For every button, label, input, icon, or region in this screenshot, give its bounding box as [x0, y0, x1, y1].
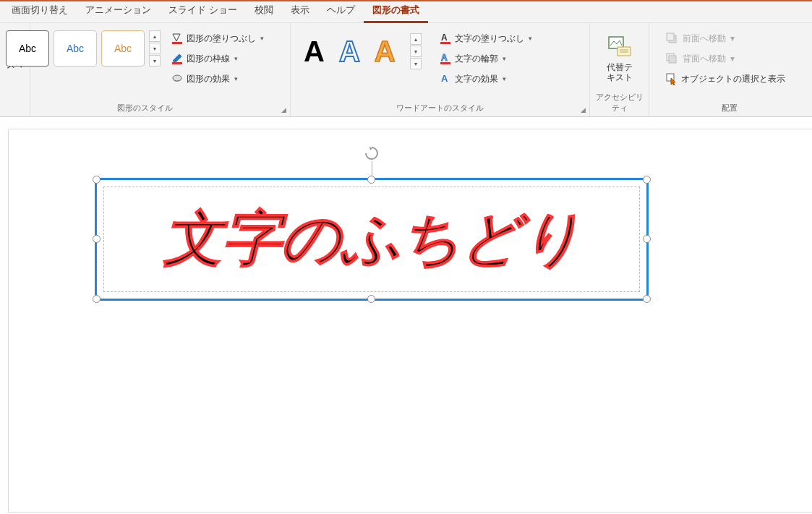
tab-slideshow[interactable]: スライド ショー — [160, 0, 246, 22]
chevron-down-icon: ▾ — [730, 53, 735, 64]
tab-animations[interactable]: アニメーション — [77, 0, 160, 22]
slide-canvas[interactable]: 文字のふちどり — [8, 129, 812, 513]
svg-text:A: A — [441, 53, 448, 63]
send-backward-icon — [665, 52, 678, 65]
text-fill-icon: A — [439, 32, 452, 45]
gallery-scroll-down[interactable]: ▾ — [149, 43, 161, 54]
svg-rect-5 — [440, 42, 450, 44]
text-fill-label: 文字の塗りつぶし — [455, 33, 524, 45]
slide-editor-area: 文字のふちどり — [0, 117, 812, 514]
tab-shape-format[interactable]: 図形の書式 — [364, 0, 428, 22]
shape-fill-label: 図形の塗りつぶし — [187, 33, 256, 45]
group-label-arrange: 配置 — [722, 103, 738, 113]
chevron-down-icon: ▾ — [234, 55, 238, 62]
shape-effects-button[interactable]: 図形の効果 ▾ — [166, 69, 268, 88]
resize-handle-nw[interactable] — [93, 176, 101, 184]
svg-rect-14 — [667, 33, 674, 40]
group-label-accessibility: アクセシビリティ — [594, 92, 644, 113]
resize-handle-e[interactable] — [643, 235, 651, 243]
ribbon: ス ▾ Abc Abc Abc ▴ ▾ ▾ — [0, 23, 812, 117]
wordart-styles-launcher[interactable]: ◢ — [578, 105, 588, 115]
textbox-content[interactable]: 文字のふちどり — [163, 200, 581, 279]
svg-rect-7 — [440, 62, 450, 64]
shape-effects-label: 図形の効果 — [187, 73, 230, 85]
bring-forward-button: 前面へ移動 ▾ — [661, 29, 790, 48]
tab-review[interactable]: 校閲 — [246, 0, 282, 22]
wordart-scroll-down[interactable]: ▾ — [410, 46, 422, 57]
svg-rect-10 — [617, 47, 631, 56]
resize-handle-ne[interactable] — [643, 176, 651, 184]
shape-outline-icon — [171, 52, 184, 65]
chevron-down-icon: ▾ — [503, 75, 506, 82]
resize-handle-se[interactable] — [643, 295, 651, 303]
svg-text:A: A — [441, 33, 448, 43]
chevron-down-icon: ▾ — [260, 35, 264, 42]
wordart-style-2[interactable]: A — [339, 35, 360, 68]
tab-transitions[interactable]: 画面切り替え — [3, 0, 77, 22]
alt-text-label: 代替テ キスト — [607, 62, 633, 83]
selection-pane-button[interactable]: オブジェクトの選択と表示 — [661, 69, 790, 88]
shape-outline-label: 図形の枠線 — [187, 53, 230, 65]
ribbon-group-shape-styles: Abc Abc Abc ▴ ▾ ▾ 図形の塗りつぶし ▾ — [0, 23, 291, 116]
text-fill-button[interactable]: A 文字の塗りつぶし ▾ — [435, 29, 537, 48]
wordart-style-3[interactable]: A — [375, 35, 396, 68]
alt-text-icon — [607, 33, 633, 59]
text-outline-label: 文字の輪郭 — [455, 53, 498, 65]
ribbon-group-accessibility: 代替テ キスト アクセシビリティ — [590, 23, 649, 116]
resize-handle-sw[interactable] — [93, 295, 101, 303]
resize-handle-n[interactable] — [367, 176, 375, 184]
group-label-wordart-styles: ワードアートのスタイル — [396, 103, 484, 113]
resize-handle-w[interactable] — [93, 235, 101, 243]
shape-effects-icon — [171, 72, 184, 85]
gallery-scroll-up[interactable]: ▴ — [149, 30, 161, 42]
shape-styles-gallery: Abc Abc Abc ▴ ▾ ▾ — [4, 29, 162, 68]
wordart-style-1[interactable]: A — [304, 35, 325, 68]
wordart-scroll-more[interactable]: ▾ — [410, 58, 422, 69]
tab-view[interactable]: 表示 — [282, 0, 318, 22]
svg-text:A: A — [441, 73, 448, 84]
textbox-inner[interactable]: 文字のふちどり — [103, 187, 640, 292]
shape-fill-icon — [171, 32, 184, 45]
send-backward-label: 背面へ移動 — [683, 53, 726, 65]
text-effects-label: 文字の効果 — [455, 73, 498, 85]
ribbon-group-wordart-styles: A A A ▴ ▾ ▾ A 文字の塗りつぶし ▾ — [291, 23, 590, 116]
text-effects-icon: A — [439, 72, 452, 85]
chevron-down-icon: ▾ — [730, 33, 735, 43]
send-backward-button: 背面へ移動 ▾ — [661, 49, 790, 68]
wordart-gallery: A A A ▴ ▾ ▾ — [295, 29, 430, 74]
shape-style-thumb-2[interactable]: Abc — [54, 30, 97, 67]
gallery-scrollbar: ▴ ▾ ▾ — [149, 30, 161, 67]
bring-forward-label: 前面へ移動 — [683, 33, 726, 45]
shape-style-thumb-3[interactable]: Abc — [101, 30, 145, 67]
group-label-shape-styles: 図形のスタイル — [117, 103, 173, 113]
selection-pane-icon — [665, 72, 678, 85]
svg-point-3 — [173, 75, 181, 81]
bring-forward-icon — [665, 32, 678, 45]
svg-rect-1 — [172, 62, 182, 64]
ribbon-tab-strip: 画面切り替え アニメーション スライド ショー 校閲 表示 ヘルプ 図形の書式 — [0, 0, 812, 23]
chevron-down-icon: ▾ — [234, 75, 238, 82]
wordart-gallery-scrollbar: ▴ ▾ ▾ — [410, 33, 422, 69]
wordart-scroll-up[interactable]: ▴ — [410, 33, 422, 45]
chevron-down-icon: ▾ — [529, 35, 532, 42]
shape-styles-launcher[interactable]: ◢ — [278, 105, 289, 115]
svg-rect-0 — [172, 42, 182, 44]
text-outline-icon: A — [439, 52, 452, 65]
text-effects-button[interactable]: A 文字の効果 ▾ — [435, 69, 537, 88]
selection-pane-label: オブジェクトの選択と表示 — [681, 73, 785, 85]
selected-textbox[interactable]: 文字のふちどり — [95, 178, 649, 301]
tab-help[interactable]: ヘルプ — [318, 0, 364, 22]
ribbon-group-arrange: 前面へ移動 ▾ 背面へ移動 ▾ オブジェクトの選択と表示 — [649, 23, 812, 116]
rotation-handle[interactable] — [364, 145, 380, 161]
shape-outline-button[interactable]: 図形の枠線 ▾ — [166, 49, 268, 68]
resize-handle-s[interactable] — [367, 295, 375, 303]
shape-fill-button[interactable]: 図形の塗りつぶし ▾ — [166, 29, 268, 48]
text-outline-button[interactable]: A 文字の輪郭 ▾ — [435, 49, 537, 68]
chevron-down-icon: ▾ — [503, 55, 506, 62]
alt-text-button[interactable]: 代替テ キスト — [599, 29, 640, 87]
gallery-scroll-more[interactable]: ▾ — [149, 55, 161, 67]
shape-style-thumb-1[interactable]: Abc — [6, 30, 49, 67]
svg-rect-16 — [669, 56, 676, 63]
